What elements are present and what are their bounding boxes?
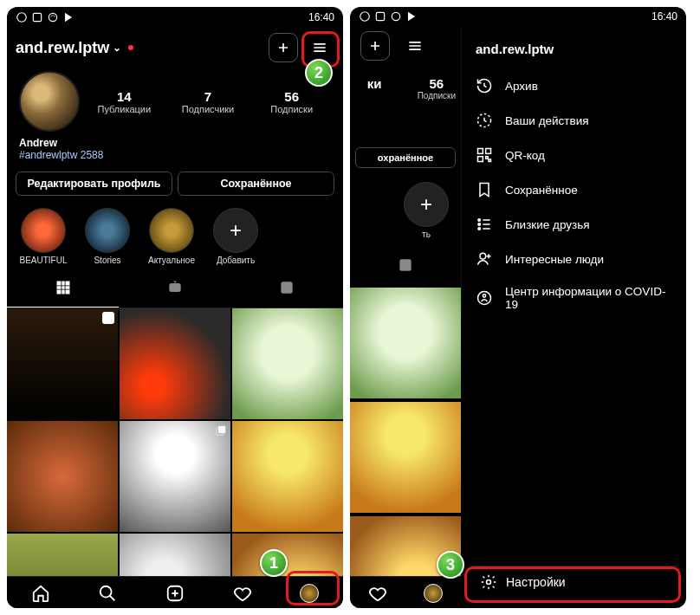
add-person-icon: [476, 250, 493, 268]
nav-activity[interactable]: [350, 584, 405, 603]
posts-grid: [7, 308, 343, 576]
svg-point-27: [487, 580, 491, 585]
notification-dot: [128, 45, 133, 50]
menu-covid-info[interactable]: Центр информации о COVID-19: [462, 276, 686, 320]
svg-point-0: [17, 13, 27, 23]
profile-actions: Редактировать профиль Сохранённое: [7, 165, 343, 203]
tab-tagged[interactable]: [350, 249, 461, 284]
create-post-button[interactable]: [360, 31, 390, 61]
svg-rect-3: [169, 283, 180, 292]
highlight-actual[interactable]: Актуальное: [146, 208, 198, 265]
bottom-nav: [350, 576, 461, 608]
status-bar: 16:40: [7, 7, 343, 28]
highlight-stories[interactable]: Stories: [81, 208, 133, 265]
svg-point-21: [478, 219, 481, 222]
nav-home[interactable]: [7, 584, 75, 603]
svg-point-26: [483, 295, 485, 297]
profile-behind-panel: ки Подписки 56 Подписки охранённое + ть: [350, 26, 461, 608]
nav-activity[interactable]: [209, 584, 276, 603]
activity-icon: [476, 112, 493, 129]
nav-profile[interactable]: [275, 584, 343, 603]
svg-rect-18: [478, 157, 483, 162]
post-cell[interactable]: [7, 534, 118, 576]
saved-button-partial[interactable]: охранённое: [355, 147, 456, 168]
callout-number-2: 2: [305, 59, 333, 87]
post-cell[interactable]: [350, 288, 461, 398]
bottom-nav: [7, 576, 343, 608]
stat-following[interactable]: 56 Подписки: [252, 89, 331, 114]
callout-number-1: 1: [260, 549, 288, 577]
bookmark-icon: [476, 181, 493, 198]
svg-point-23: [478, 228, 481, 230]
tab-grid[interactable]: [7, 272, 119, 308]
post-cell[interactable]: [350, 402, 461, 513]
status-bar: 16:40: [350, 7, 686, 26]
nav-profile[interactable]: [405, 584, 461, 603]
post-cell[interactable]: [232, 534, 343, 576]
side-menu-panel: and.rew.lptw Архив Ваши действия QR-код …: [461, 28, 686, 320]
nav-search[interactable]: [75, 584, 142, 603]
post-cell[interactable]: [232, 308, 343, 419]
phone-right: 16:40 ки Подписки 56 Подписки охранённое: [350, 7, 686, 608]
history-icon: [476, 77, 493, 94]
menu-your-activity[interactable]: Ваши действия: [462, 103, 686, 138]
plus-icon: +: [404, 182, 449, 227]
panel-username: and.rew.lptw: [462, 36, 686, 68]
create-post-button[interactable]: [269, 33, 298, 62]
profile-name: Andrew: [19, 137, 331, 149]
plus-icon: +: [213, 208, 258, 253]
post-cell[interactable]: [232, 421, 343, 532]
edit-profile-button[interactable]: Редактировать профиль: [16, 172, 172, 196]
post-cell[interactable]: [7, 421, 118, 532]
post-cell[interactable]: [120, 421, 230, 532]
highlight-add[interactable]: + ть: [400, 182, 452, 239]
svg-rect-19: [486, 157, 489, 159]
post-cell[interactable]: [120, 534, 230, 576]
hamburger-menu-button[interactable]: [305, 33, 334, 62]
chevron-down-icon: ⌄: [113, 42, 121, 54]
username-text: and.rew.lptw: [16, 39, 109, 57]
svg-point-5: [286, 285, 288, 288]
svg-point-22: [478, 223, 481, 226]
nav-create[interactable]: [141, 584, 209, 603]
saved-button[interactable]: Сохранённое: [178, 172, 334, 196]
stat-followers[interactable]: 7 Подписчики: [169, 89, 248, 114]
gear-icon: [480, 573, 497, 591]
profile-tabs: [7, 272, 343, 308]
tab-tagged[interactable]: [231, 272, 343, 308]
svg-rect-20: [489, 159, 491, 162]
info-icon: [476, 289, 493, 307]
menu-qr-code[interactable]: QR-код: [462, 138, 686, 172]
menu-settings[interactable]: Настройки: [470, 566, 677, 598]
svg-rect-11: [376, 12, 384, 20]
phone-left: 16:40 and.rew.lptw ⌄ 14 Публикации 7 Под…: [7, 7, 343, 608]
svg-rect-17: [486, 149, 491, 154]
highlight-beautiful[interactable]: BEAUTIFUL: [17, 208, 69, 265]
profile-avatar[interactable]: [19, 71, 80, 132]
list-icon: [476, 216, 493, 233]
status-time: 16:40: [651, 10, 677, 23]
svg-point-25: [478, 292, 491, 305]
profile-header: and.rew.lptw ⌄: [7, 28, 343, 68]
carousel-icon: [215, 424, 227, 437]
svg-point-24: [480, 253, 486, 259]
stat-posts[interactable]: 14 Публикации: [85, 89, 164, 114]
hamburger-menu-button[interactable]: [400, 31, 430, 61]
tab-igtv[interactable]: [119, 272, 230, 308]
username-switcher[interactable]: and.rew.lptw ⌄: [16, 39, 133, 57]
profile-bio: Andrew #andrewlptw 2588: [7, 133, 343, 165]
menu-discover-people[interactable]: Интересные люди: [462, 242, 686, 276]
menu-close-friends[interactable]: Близкие друзья: [462, 207, 686, 242]
post-cell[interactable]: [120, 308, 230, 419]
menu-saved[interactable]: Сохранённое: [462, 172, 686, 207]
profile-hashtag[interactable]: #andrewlptw 2588: [19, 149, 331, 161]
svg-point-14: [404, 262, 406, 265]
highlight-add[interactable]: + Добавить: [210, 208, 262, 265]
post-cell[interactable]: [7, 308, 118, 419]
status-time: 16:40: [308, 11, 334, 23]
menu-archive[interactable]: Архив: [462, 68, 686, 103]
svg-rect-16: [478, 149, 483, 154]
svg-rect-6: [218, 426, 225, 433]
svg-point-10: [360, 12, 370, 22]
svg-point-2: [49, 13, 56, 21]
